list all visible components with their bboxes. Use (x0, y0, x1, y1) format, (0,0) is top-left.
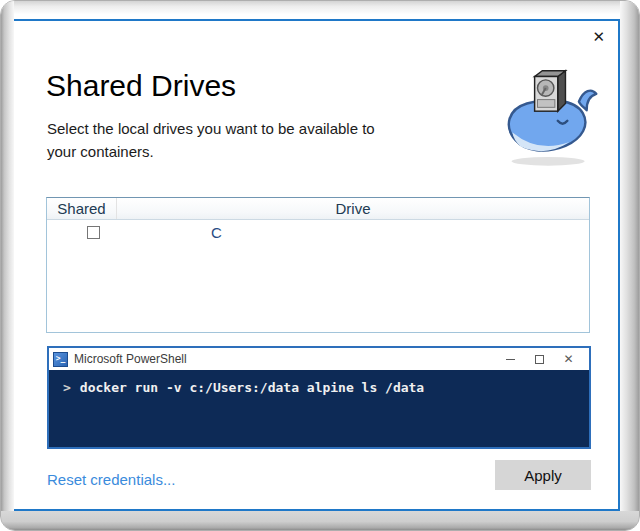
table-header-row: Shared Drive (47, 198, 589, 220)
shared-cell (47, 226, 117, 239)
shared-drives-table: Shared Drive C (46, 197, 590, 333)
subtitle-line1: Select the local drives you want to be a… (47, 120, 375, 137)
settings-window: ✕ Shared Drives Select the local drives … (0, 0, 640, 531)
powershell-window-controls: ✕ (496, 350, 583, 368)
subtitle-line2: your containers. (47, 143, 154, 160)
powershell-console: >docker run -v c:/Users:/data alpine ls … (49, 370, 589, 447)
share-drive-checkbox[interactable] (87, 226, 100, 239)
powershell-icon: >_ (53, 352, 68, 367)
table-row: C (47, 220, 589, 244)
dialog-subtitle: Select the local drives you want to be a… (47, 117, 447, 163)
powershell-titlebar: >_ Microsoft PowerShell ✕ (49, 348, 589, 370)
window-chrome-right (620, 1, 639, 530)
close-icon[interactable]: ✕ (592, 29, 605, 44)
maximize-icon[interactable] (525, 350, 554, 368)
drive-letter: C (117, 224, 222, 241)
column-header-shared: Shared (47, 198, 117, 219)
reset-credentials-link[interactable]: Reset credentials... (47, 471, 175, 488)
console-prompt: > (63, 380, 71, 395)
apply-button[interactable]: Apply (495, 460, 591, 490)
page-title: Shared Drives (46, 69, 236, 103)
close-icon[interactable]: ✕ (554, 350, 583, 368)
column-header-drive: Drive (117, 198, 589, 219)
powershell-window: >_ Microsoft PowerShell ✕ >docker run -v… (47, 346, 591, 449)
window-chrome-top (1, 1, 639, 19)
docker-whale-icon (498, 61, 604, 171)
console-command: docker run -v c:/Users:/data alpine ls /… (80, 380, 424, 395)
window-chrome-left (1, 1, 14, 530)
minimize-icon[interactable] (496, 350, 525, 368)
powershell-window-title: Microsoft PowerShell (74, 352, 496, 366)
shared-drives-dialog: ✕ Shared Drives Select the local drives … (14, 19, 620, 511)
window-chrome-bottom (1, 511, 639, 530)
